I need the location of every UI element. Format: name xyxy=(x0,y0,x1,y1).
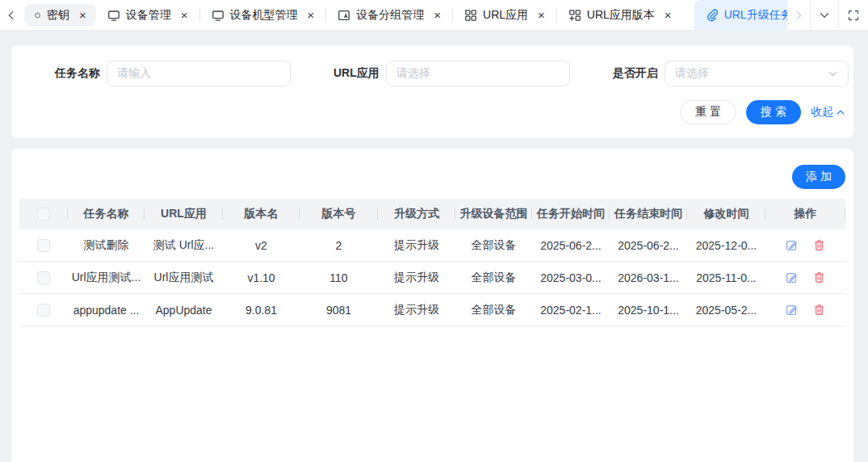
tab-secret-key[interactable]: 密钥 × xyxy=(24,4,96,27)
chevron-down-icon xyxy=(828,69,838,79)
delete-button[interactable] xyxy=(813,239,825,251)
header-actions: 操作 xyxy=(765,199,845,229)
header-checkbox-cell xyxy=(19,199,68,229)
edit-icon xyxy=(786,271,798,284)
close-icon[interactable]: × xyxy=(308,9,315,21)
cell-version-name: v1.10 xyxy=(247,271,275,284)
enabled-select[interactable]: 请选择 xyxy=(665,61,849,86)
chevron-right-icon xyxy=(793,10,804,21)
fullscreen-button[interactable] xyxy=(839,0,868,30)
row-checkbox[interactable] xyxy=(37,271,50,284)
grid-plus-icon xyxy=(568,9,581,22)
edit-icon xyxy=(786,304,798,316)
header-url-app: URL应用 xyxy=(145,199,223,229)
cell-version-no: 9081 xyxy=(326,304,351,317)
close-icon[interactable]: × xyxy=(434,9,441,21)
close-icon[interactable]: × xyxy=(665,9,672,21)
enabled-label: 是否开启 xyxy=(613,66,658,81)
edit-button[interactable] xyxy=(786,304,798,316)
filter-fields: 任务名称 请输入 URL应用 请选择 是否开启 请选择 xyxy=(11,61,853,86)
cell-modified-time: 2025-12-0... xyxy=(696,239,757,252)
tab-label: URL升级任务 xyxy=(724,8,787,23)
cell-device-scope: 全部设备 xyxy=(472,271,517,285)
tabs-scroll-right-button[interactable] xyxy=(787,0,810,30)
delete-button[interactable] xyxy=(813,271,825,284)
tab-label: 密钥 xyxy=(47,8,69,23)
edit-button[interactable] xyxy=(786,239,798,251)
header-start-time: 任务开始时间 xyxy=(532,199,610,229)
field-task-name: 任务名称 请输入 xyxy=(55,61,291,86)
cell-version-name: 9.0.81 xyxy=(245,304,277,317)
cell-end-time: 2025-06-2... xyxy=(618,239,679,252)
trash-icon xyxy=(813,239,825,251)
cell-end-time: 2025-10-1... xyxy=(618,304,679,317)
tab-label: URL应用版本 xyxy=(587,8,655,23)
tab-url-upgrade-task[interactable]: URL升级任务 × xyxy=(694,0,787,30)
header-version-no: 版本号 xyxy=(300,199,378,229)
edit-button[interactable] xyxy=(786,271,798,284)
table-row: appupdate ... AppUpdate 9.0.81 9081 提示升级… xyxy=(19,294,845,326)
cell-version-name: v2 xyxy=(255,239,267,252)
tab-url-app[interactable]: URL应用 × xyxy=(453,0,556,30)
cell-version-no: 110 xyxy=(329,271,347,284)
close-icon[interactable]: × xyxy=(538,9,545,21)
header-end-time: 任务结束时间 xyxy=(610,199,687,229)
header-task-name: 任务名称 xyxy=(68,199,145,229)
tasks-table: 任务名称 URL应用 版本名 版本号 升级方式 升级设备范围 任务开始时间 任务… xyxy=(19,199,845,326)
tab-device-management[interactable]: 设备管理 × xyxy=(96,0,199,30)
tab-device-model-management[interactable]: 设备机型管理 × xyxy=(200,0,326,30)
tab-label: 设备分组管理 xyxy=(356,8,424,23)
table-row: Url应用测试... Url应用测试 v1.10 110 提示升级 全部设备 2… xyxy=(19,262,845,294)
tab-device-group-management[interactable]: 设备分组管理 × xyxy=(326,0,452,30)
table-panel: 添 加 任务名称 URL应用 版本名 版本号 升级方式 升级设备范围 任务开始时… xyxy=(11,149,853,462)
trash-icon xyxy=(813,304,825,316)
monitor-icon xyxy=(107,9,120,22)
table-header-row: 任务名称 URL应用 版本名 版本号 升级方式 升级设备范围 任务开始时间 任务… xyxy=(19,199,845,229)
collapse-toggle[interactable]: 收起 xyxy=(811,105,845,120)
select-placeholder: 请选择 xyxy=(396,66,430,81)
add-button[interactable]: 添 加 xyxy=(792,165,845,189)
edit-icon xyxy=(786,239,798,251)
reset-button[interactable]: 重 置 xyxy=(680,100,736,124)
cell-version-no: 2 xyxy=(336,239,342,252)
cell-start-time: 2025-06-2... xyxy=(540,239,602,252)
table-row: 测试删除 测试 Url应... v2 2 提示升级 全部设备 2025-06-2… xyxy=(19,229,845,262)
cell-url-app: 测试 Url应... xyxy=(153,238,214,253)
row-checkbox[interactable] xyxy=(37,304,50,317)
cell-modified-time: 2025-05-2... xyxy=(696,304,757,317)
task-name-label: 任务名称 xyxy=(55,66,100,81)
header-upgrade-mode: 升级方式 xyxy=(378,199,455,229)
cell-url-app: Url应用测试 xyxy=(154,271,214,285)
cell-upgrade-mode: 提示升级 xyxy=(394,238,439,253)
field-enabled: 是否开启 请选择 xyxy=(613,61,849,86)
tab-url-app-version[interactable]: URL应用版本 × xyxy=(557,0,683,30)
tab-label: 设备机型管理 xyxy=(230,8,298,23)
cell-end-time: 2026-03-1... xyxy=(618,271,679,284)
cell-device-scope: 全部设备 xyxy=(472,303,517,317)
url-app-label: URL应用 xyxy=(333,66,379,81)
header-version-name: 版本名 xyxy=(223,199,300,229)
tab-label: URL应用 xyxy=(483,8,528,23)
close-icon[interactable]: × xyxy=(79,9,86,21)
tabs-dropdown-button[interactable] xyxy=(811,0,838,30)
monitor-a-icon xyxy=(338,9,350,22)
select-all-checkbox[interactable] xyxy=(37,208,50,220)
filter-panel: 任务名称 请输入 URL应用 请选择 是否开启 请选择 重 置 搜 索 收起 xyxy=(11,45,853,138)
tabs-scroll-left-button[interactable] xyxy=(0,0,23,30)
delete-button[interactable] xyxy=(813,304,825,316)
chevron-down-icon xyxy=(819,10,830,21)
key-icon xyxy=(34,9,41,22)
row-checkbox[interactable] xyxy=(37,239,50,252)
tab-label: 设备管理 xyxy=(126,8,171,23)
cell-task-name: Url应用测试... xyxy=(72,271,141,285)
cell-start-time: 2025-03-0... xyxy=(540,271,602,284)
task-name-input[interactable]: 请输入 xyxy=(107,61,291,86)
input-placeholder: 请输入 xyxy=(117,66,151,81)
table-toolbar: 添 加 xyxy=(19,165,845,189)
search-button[interactable]: 搜 索 xyxy=(746,100,801,124)
cell-url-app: AppUpdate xyxy=(155,304,212,317)
url-app-select[interactable]: 请选择 xyxy=(386,61,570,86)
header-modified-time: 修改时间 xyxy=(687,199,765,229)
header-device-scope: 升级设备范围 xyxy=(455,199,532,229)
close-icon[interactable]: × xyxy=(181,9,188,21)
